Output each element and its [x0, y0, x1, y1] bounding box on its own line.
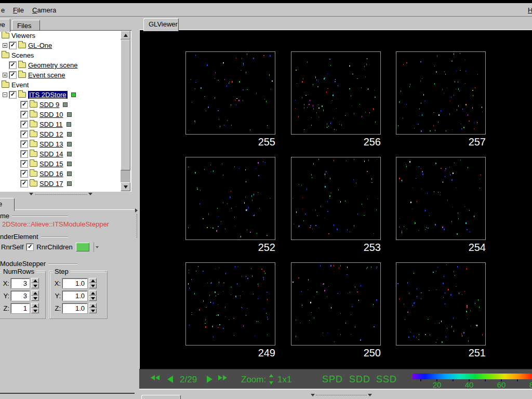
tab-files[interactable]: Files: [12, 20, 40, 30]
tree-item-sdd-10[interactable]: SDD 10: [0, 110, 131, 119]
spin-up-button[interactable]: [89, 290, 97, 296]
detector-spd-toggle[interactable]: SPD: [322, 374, 343, 385]
tree-checkbox[interactable]: [21, 151, 28, 157]
scrollbar-thumb[interactable]: [121, 39, 130, 170]
expand-plus-icon[interactable]: +: [3, 73, 7, 77]
tree-item-label[interactable]: SDD 10: [39, 111, 63, 118]
detector-module-256[interactable]: [291, 51, 381, 135]
tree-item-label[interactable]: Scenes: [11, 51, 34, 59]
tree-item-sdd-12[interactable]: SDD 12: [0, 129, 131, 139]
spin-up-button[interactable]: [31, 303, 39, 308]
tree-checkbox[interactable]: [21, 141, 28, 148]
tree-checkbox[interactable]: [9, 42, 16, 49]
tree-checkbox[interactable]: [21, 111, 28, 118]
tree-item-sdd-13[interactable]: SDD 13: [0, 139, 131, 149]
detector-module-252[interactable]: [185, 157, 275, 240]
prev-page-button[interactable]: [167, 376, 173, 383]
spin-down-button[interactable]: [31, 283, 39, 288]
tree-item-label[interactable]: SDD 9: [39, 101, 59, 109]
tab-eve-partial[interactable]: ve: [0, 19, 10, 32]
spin-up-button[interactable]: [31, 278, 39, 283]
tree-item-sdd-15[interactable]: SDD 15: [0, 159, 131, 169]
detector-sdd-toggle[interactable]: SDD: [349, 374, 370, 385]
number-input[interactable]: [62, 303, 87, 313]
detector-module-257[interactable]: [396, 51, 486, 135]
gl-viewer-canvas[interactable]: 255256257252253254249250251: [139, 30, 532, 369]
tree-scrollbar[interactable]: [121, 31, 130, 191]
tree-checkbox[interactable]: [9, 72, 16, 78]
tree-item-label[interactable]: ITS 2DStore: [28, 91, 68, 99]
render-state-square[interactable]: [67, 181, 72, 186]
render-state-square[interactable]: [67, 152, 72, 156]
tree-item-label[interactable]: Viewers: [11, 32, 35, 39]
zoom-spinner[interactable]: [269, 374, 274, 384]
tree-checkbox[interactable]: [9, 91, 16, 98]
tree-checkbox[interactable]: [9, 62, 16, 69]
main-color-swatch[interactable]: [76, 243, 89, 251]
tree-item-label[interactable]: Event scene: [28, 71, 65, 79]
tree-item-label[interactable]: SDD 16: [39, 170, 63, 178]
tab-style-partial[interactable]: le: [0, 198, 15, 211]
number-input[interactable]: [11, 303, 30, 313]
menu-item-file[interactable]: File: [13, 6, 24, 14]
tree-item-event-scene[interactable]: +Event scene: [0, 70, 131, 80]
spin-down-button[interactable]: [89, 283, 97, 288]
spin-up-button[interactable]: [31, 290, 39, 296]
tree-item-label[interactable]: SDD 12: [39, 130, 63, 138]
tree-item-sdd-16[interactable]: SDD 16: [0, 169, 131, 179]
tree-item-label[interactable]: SDD 15: [39, 160, 63, 168]
number-input[interactable]: [62, 278, 87, 288]
color-scale[interactable]: 20406080: [413, 373, 532, 389]
bottom-partial-tab[interactable]: [141, 395, 181, 399]
tree-item-label[interactable]: Geometry scene: [28, 61, 77, 69]
detector-module-254[interactable]: [396, 157, 486, 240]
render-state-square[interactable]: [71, 92, 76, 97]
tree-item-sdd-11[interactable]: SDD 11: [0, 119, 131, 129]
main-splitter-handle[interactable]: [135, 17, 139, 394]
tree-item-gl-one[interactable]: +GL-One: [0, 41, 131, 50]
render-state-square[interactable]: [66, 122, 71, 127]
number-input[interactable]: [11, 291, 30, 301]
tree-checkbox[interactable]: [21, 170, 28, 177]
detector-module-253[interactable]: [291, 157, 381, 240]
number-input[interactable]: [62, 291, 87, 301]
render-state-square[interactable]: [67, 132, 72, 137]
tree-item-viewers[interactable]: Viewers: [0, 31, 131, 41]
rnrchildren-checkbox[interactable]: [26, 244, 33, 250]
tree-item-label[interactable]: GL-One: [28, 42, 52, 49]
tree-item-label[interactable]: SDD 13: [39, 140, 63, 148]
tree-item-sdd-14[interactable]: SDD 14: [0, 149, 131, 159]
detector-ssd-toggle[interactable]: SSD: [376, 374, 397, 385]
first-page-button[interactable]: [151, 375, 159, 380]
tab-glviewer[interactable]: GLViewer: [143, 18, 179, 31]
tree-item-sdd-17[interactable]: SDD 17: [0, 179, 131, 189]
tree-item-sdd-9[interactable]: SDD 9: [0, 100, 131, 110]
tree-checkbox[interactable]: [21, 121, 28, 128]
tree-item-its-2dstore[interactable]: −ITS 2DStore: [0, 90, 131, 100]
next-page-button[interactable]: [207, 376, 212, 383]
menu-item-partial-left[interactable]: e: [1, 6, 5, 14]
render-state-square[interactable]: [67, 162, 72, 166]
spin-up-button[interactable]: [89, 303, 97, 308]
render-state-square[interactable]: [67, 112, 72, 117]
tree-item-label[interactable]: SDD 11: [39, 121, 63, 128]
render-state-square[interactable]: [63, 102, 68, 107]
scroll-up-button[interactable]: [121, 31, 130, 39]
tree-item-label[interactable]: SDD 17: [39, 180, 63, 188]
tree-checkbox[interactable]: [21, 131, 28, 138]
bottom-splitter-handle[interactable]: [311, 393, 373, 397]
menu-item-camera[interactable]: Camera: [32, 6, 56, 14]
tree-item-label[interactable]: Event: [11, 81, 29, 89]
tree-item-geometry-scene[interactable]: Geometry scene: [0, 60, 131, 70]
spin-down-button[interactable]: [89, 308, 97, 313]
collapse-minus-icon[interactable]: −: [3, 92, 7, 97]
detector-module-250[interactable]: [291, 262, 381, 345]
spin-up-button[interactable]: [89, 278, 97, 283]
color-dropdown-button[interactable]: [94, 242, 100, 252]
tree-checkbox[interactable]: [21, 101, 28, 108]
tree-splitter-handle[interactable]: [0, 192, 131, 196]
detector-module-249[interactable]: [185, 262, 275, 345]
last-page-button[interactable]: [218, 375, 227, 380]
render-state-square[interactable]: [67, 142, 72, 147]
menu-item-help-partial[interactable]: H: [528, 6, 532, 14]
